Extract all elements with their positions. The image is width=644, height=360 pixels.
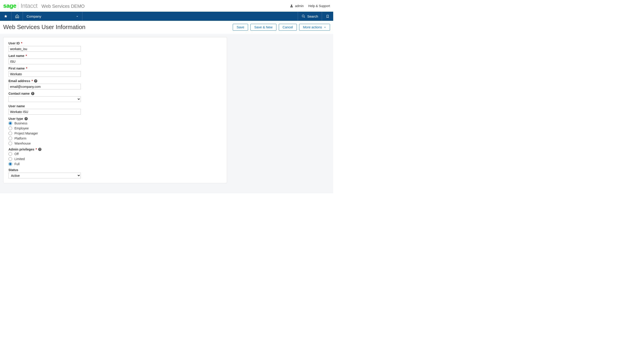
nav-module-dropdown[interactable]: Company [23,12,82,21]
radio-label[interactable]: Project Manager [14,131,38,135]
page-title: Web Services User Information [3,23,85,31]
radio-admin-limited-input[interactable] [8,157,12,161]
label-status: Status [8,168,18,172]
help-icon[interactable]: ? [38,148,42,151]
nav-home-button[interactable] [12,12,23,21]
email-input[interactable] [8,84,81,89]
field-last-name: Last name * [8,54,222,64]
brand-intacct: Intacct [18,2,37,9]
user-name-input[interactable] [8,109,81,115]
radio-admin-off-input[interactable] [8,152,12,156]
nav-spacer [82,12,298,21]
tenant-name: Web Services DEMO [42,4,85,9]
main-navbar: Company Search [0,12,333,21]
radio-label[interactable]: Limited [14,157,25,161]
svg-point-0 [302,15,304,17]
label-last-name: Last name [8,54,24,58]
label-user-name: User name [8,104,25,108]
more-actions-button[interactable]: More actions [299,24,330,31]
radio-user-type-employee-input[interactable] [8,126,12,130]
user-id-input[interactable] [8,46,81,52]
cancel-button[interactable]: Cancel [279,24,297,31]
label-first-name: First name [8,66,25,70]
bookmark-icon [326,15,329,18]
first-name-input[interactable] [8,71,81,77]
nav-bookmark-button[interactable] [322,12,333,21]
user-type-radio-group: Business Employee Project Manager Platfo… [8,121,222,145]
contact-name-select[interactable] [8,96,81,102]
radio-user-type-platform: Platform [8,137,222,140]
current-user-label: admin [295,4,304,8]
label-user-id: User ID [8,41,20,45]
brand-sage: sage [3,2,16,9]
label-contact-name: Contact name [8,92,30,95]
radio-label[interactable]: Off [14,152,18,156]
radio-label[interactable]: Warehouse [14,142,31,145]
field-first-name: First name * [8,66,222,77]
field-user-id: User ID * [8,41,222,52]
field-user-name: User name [8,104,222,115]
user-icon [290,4,293,7]
star-icon [4,14,8,18]
svg-line-1 [304,17,305,17]
radio-label[interactable]: Employee [14,126,28,130]
field-email: Email address * ? [8,79,222,89]
field-admin-privileges: Admin privileges * ? Off Limited Full [8,147,222,166]
admin-priv-radio-group: Off Limited Full [8,152,222,166]
label-email: Email address [8,79,30,83]
help-support-link[interactable]: Help & Support [308,4,330,8]
nav-search-button[interactable]: Search [298,12,322,21]
help-icon[interactable]: ? [24,117,28,120]
field-status: Status Active [8,168,222,178]
required-marker: * [32,79,33,83]
radio-user-type-business: Business [8,121,222,125]
radio-user-type-platform-input[interactable] [8,137,12,140]
help-icon[interactable]: ? [34,79,37,82]
required-marker: * [26,54,27,58]
field-user-type: User type ? Business Employee Project Ma… [8,117,222,145]
label-user-type: User type [8,117,23,120]
field-contact-name: Contact name ? [8,92,222,102]
last-name-input[interactable] [8,58,81,64]
radio-admin-off: Off [8,152,222,156]
form-card: User ID * Last name * First name * Email… [3,37,227,183]
radio-user-type-warehouse-input[interactable] [8,142,12,145]
radio-user-type-project-manager: Project Manager [8,131,222,135]
label-admin-privileges: Admin privileges [8,147,34,151]
radio-user-type-warehouse: Warehouse [8,142,222,145]
status-select[interactable]: Active [8,173,81,178]
radio-user-type-project-manager-input[interactable] [8,131,12,135]
radio-label[interactable]: Platform [14,137,26,140]
radio-user-type-employee: Employee [8,126,222,130]
radio-label[interactable]: Full [14,162,20,166]
radio-admin-full: Full [8,162,222,166]
save-button[interactable]: Save [233,24,248,31]
top-header: sage Intacct Web Services DEMO admin Hel… [0,0,333,12]
current-user[interactable]: admin [290,4,304,8]
nav-favorites-button[interactable] [0,12,12,21]
search-icon [302,14,305,18]
save-and-new-button[interactable]: Save & New [250,24,276,31]
required-marker: * [26,66,27,70]
radio-label[interactable]: Business [14,121,28,125]
radio-user-type-business-input[interactable] [8,121,12,125]
chevron-down-icon [324,26,326,28]
radio-admin-limited: Limited [8,157,222,161]
radio-admin-full-input[interactable] [8,162,12,166]
nav-module-label: Company [26,14,41,18]
brand-block: sage Intacct Web Services DEMO [3,2,85,9]
action-buttons: Save Save & New Cancel More actions [233,24,330,31]
help-icon[interactable]: ? [31,92,34,95]
chevron-down-icon [76,15,78,17]
page-body: Web Services User Information Save Save … [0,21,333,193]
required-marker: * [21,41,22,45]
top-right-links: admin Help & Support [290,4,330,8]
nav-search-label: Search [307,14,318,18]
page-header: Web Services User Information Save Save … [0,21,333,34]
required-marker: * [36,147,37,151]
home-icon [15,14,19,18]
